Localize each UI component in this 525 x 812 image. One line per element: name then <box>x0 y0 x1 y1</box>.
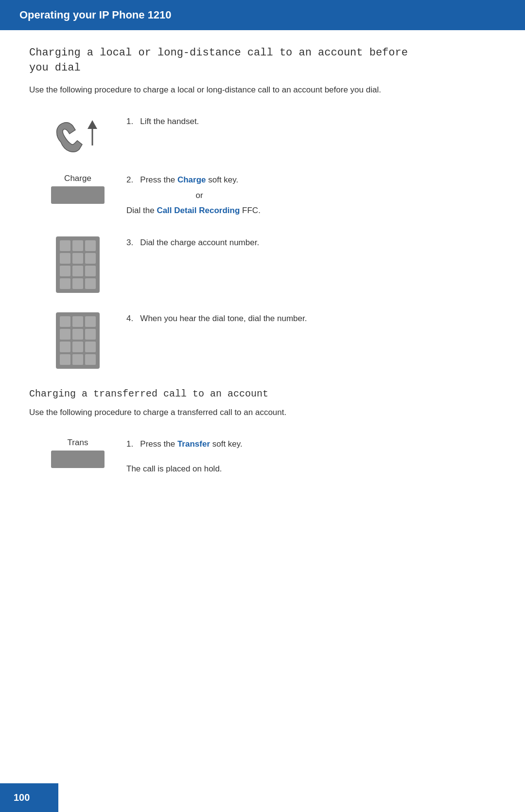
step-1-row: 1. Lift the handset. <box>29 113 496 154</box>
or-text: or <box>126 189 272 202</box>
charge-label: Charge <box>64 174 91 183</box>
hold-text: The call is placed on hold. <box>126 464 222 473</box>
step-1-num: 1. <box>126 117 138 126</box>
section2-step-1-icon: Trans <box>29 436 126 468</box>
step-2-icon: Charge <box>29 172 126 204</box>
charge-softkey-button[interactable] <box>51 186 105 204</box>
section2-desc: Use the following procedure to charge a … <box>29 406 496 419</box>
svg-marker-1 <box>88 120 97 129</box>
section1-desc: Use the following procedure to charge a … <box>29 84 496 96</box>
page-title: Operating your IP Phone 1210 <box>19 9 172 21</box>
step-4-icon <box>29 310 126 369</box>
section2-step-1-num: 1. <box>126 439 138 449</box>
main-content: Charging a local or long-distance call t… <box>0 46 525 475</box>
step-2-text: 2. Press the Charge soft key. or Dial th… <box>126 172 496 217</box>
step-3-icon <box>29 235 126 293</box>
step-2-num: 2. <box>126 175 138 184</box>
step-3-row: 3. Dial the charge account number. <box>29 235 496 293</box>
cdr-link: Call Detail Recording <box>157 206 240 215</box>
charge-link: Charge <box>177 175 206 184</box>
trans-label: Trans <box>68 438 88 448</box>
step-4-text: 4. When you hear the dial tone, dial the… <box>126 310 496 325</box>
keypad-icon-1 <box>56 236 100 293</box>
handset-icon <box>46 115 109 154</box>
step-3-num: 3. <box>126 238 138 247</box>
page-number: 100 <box>14 792 30 803</box>
step-1-text: 1. Lift the handset. <box>126 113 496 128</box>
step-1-icon <box>29 113 126 154</box>
keypad-icon-2 <box>56 312 100 369</box>
transfer-link: Transfer <box>177 439 210 449</box>
section1-title: Charging a local or long-distance call t… <box>29 46 496 76</box>
step-4-num: 4. <box>126 314 138 323</box>
section2-step-1-row: Trans 1. Press the Transfer soft key. Th… <box>29 436 496 475</box>
step-2-row: Charge 2. Press the Charge soft key. or … <box>29 172 496 217</box>
step-4-row: 4. When you hear the dial tone, dial the… <box>29 310 496 369</box>
trans-softkey-button[interactable] <box>51 451 105 468</box>
header-bar: Operating your IP Phone 1210 <box>0 0 525 30</box>
section2-title: Charging a transferred call to an accoun… <box>29 388 496 399</box>
section2-step-1-text: 1. Press the Transfer soft key. The call… <box>126 436 496 475</box>
step-3-text: 3. Dial the charge account number. <box>126 235 496 249</box>
footer-bar: 100 <box>0 783 58 812</box>
